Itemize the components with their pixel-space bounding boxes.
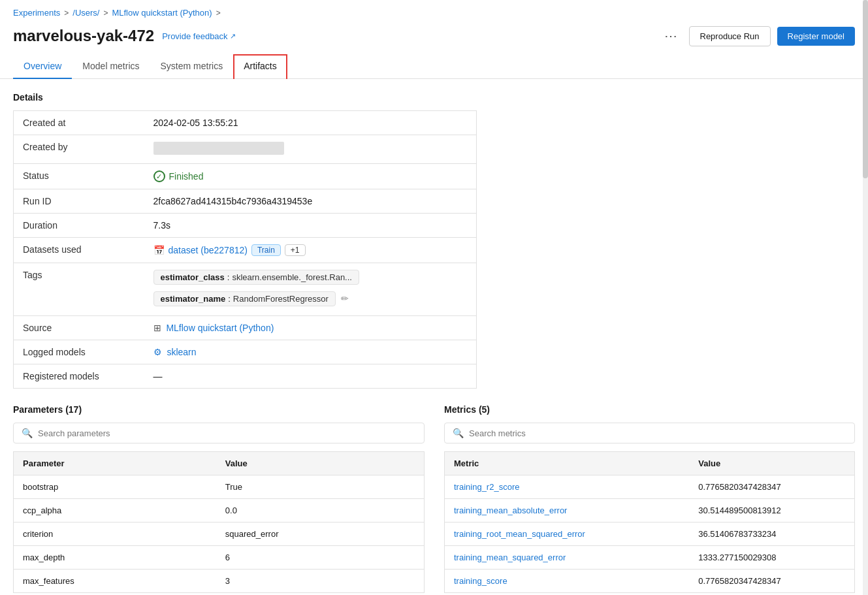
param-value: squared_error bbox=[216, 523, 425, 546]
metrics-search-input[interactable] bbox=[469, 428, 846, 438]
col-header-value: Value bbox=[689, 452, 854, 475]
logged-model-link[interactable]: sklearn bbox=[167, 347, 196, 357]
metric-value: 36.51406783733234 bbox=[689, 523, 854, 546]
parameters-search-box[interactable]: 🔍 bbox=[13, 423, 425, 443]
page-header: marvelous-yak-472 Provide feedback ↗ ⋯ R… bbox=[0, 23, 868, 54]
metrics-table-head: Metric Value bbox=[445, 452, 855, 475]
feedback-link[interactable]: Provide feedback ↗ bbox=[162, 31, 235, 41]
table-row: Status ✓ Finished bbox=[14, 164, 477, 189]
tag-item-2: estimator_name : RandomForestRegressor ✏ bbox=[153, 291, 468, 309]
tag-estimator-name: estimator_name : RandomForestRegressor bbox=[153, 291, 336, 306]
tag-item-1: estimator_class : sklearn.ensemble._fore… bbox=[153, 270, 468, 287]
row-value-status: ✓ Finished bbox=[144, 164, 477, 189]
tab-overview[interactable]: Overview bbox=[13, 54, 72, 79]
breadcrumb-mlflow[interactable]: MLflow quickstart (Python) bbox=[112, 8, 212, 18]
external-link-icon: ↗ bbox=[230, 32, 236, 40]
parameters-section: Parameters (17) 🔍 Parameter Value bootst… bbox=[13, 404, 425, 593]
row-label: Source bbox=[14, 316, 144, 340]
metrics-section: Metrics (5) 🔍 Metric Value training_r2_s… bbox=[444, 404, 855, 593]
row-value-registered-models: — bbox=[144, 364, 477, 389]
metric-name[interactable]: training_mean_squared_error bbox=[445, 546, 690, 570]
row-label: Created at bbox=[14, 111, 144, 135]
metrics-table: Metric Value training_r2_score0.77658203… bbox=[444, 451, 855, 593]
row-label: Created by bbox=[14, 135, 144, 164]
row-label: Run ID bbox=[14, 189, 144, 214]
param-value: True bbox=[216, 475, 425, 499]
row-label: Datasets used bbox=[14, 238, 144, 263]
title-area: marvelous-yak-472 Provide feedback ↗ bbox=[13, 27, 236, 45]
param-value: 6 bbox=[216, 546, 425, 570]
row-label: Duration bbox=[14, 214, 144, 238]
table-row: training_score0.7765820347428347 bbox=[445, 570, 855, 593]
row-label: Logged models bbox=[14, 340, 144, 364]
scrollbar-thumb[interactable] bbox=[863, 0, 868, 178]
table-row: Created at 2024-02-05 13:55:21 bbox=[14, 111, 477, 135]
table-row: max_features3 bbox=[14, 570, 425, 593]
plus-badge[interactable]: +1 bbox=[285, 244, 306, 256]
header-actions: ⋯ Reproduce Run Register model bbox=[659, 25, 856, 46]
train-badge: Train bbox=[251, 244, 281, 256]
col-header-parameter: Parameter bbox=[14, 452, 216, 475]
tag-val-1: sklearn.ensemble._forest.Ran... bbox=[232, 272, 352, 282]
metrics-search-icon: 🔍 bbox=[453, 428, 464, 438]
table-row: Metric Value bbox=[445, 452, 855, 475]
source-link[interactable]: MLflow quickstart (Python) bbox=[166, 323, 274, 333]
edit-tag-icon[interactable]: ✏ bbox=[341, 293, 349, 304]
bottom-section: Parameters (17) 🔍 Parameter Value bootst… bbox=[13, 404, 855, 593]
scrollbar[interactable] bbox=[863, 0, 868, 595]
dataset-link[interactable]: dataset (be227812) bbox=[169, 245, 248, 255]
tabs-nav: Overview Model metrics System metrics Ar… bbox=[0, 54, 868, 79]
row-label: Tags bbox=[14, 263, 144, 316]
parameters-table-body: bootstrapTrueccp_alpha0.0criterionsquare… bbox=[14, 475, 425, 593]
row-value-datasets: 📅 dataset (be227812) Train +1 bbox=[144, 238, 477, 263]
table-row: Tags estimator_class : sklearn.ensemble.… bbox=[14, 263, 477, 316]
metrics-search-box[interactable]: 🔍 bbox=[444, 423, 855, 443]
status-badge: ✓ Finished bbox=[153, 170, 468, 182]
row-value-tags: estimator_class : sklearn.ensemble._fore… bbox=[144, 263, 477, 316]
register-model-button[interactable]: Register model bbox=[777, 27, 855, 46]
metric-value: 30.514489500813912 bbox=[689, 499, 854, 523]
table-row: criterionsquared_error bbox=[14, 523, 425, 546]
table-row: Created by bbox=[14, 135, 477, 164]
metric-name[interactable]: training_mean_absolute_error bbox=[445, 499, 690, 523]
row-value-duration: 7.3s bbox=[144, 214, 477, 238]
more-options-icon[interactable]: ⋯ bbox=[659, 25, 683, 46]
breadcrumb-users[interactable]: /Users/ bbox=[72, 8, 99, 18]
table-row: training_r2_score0.7765820347428347 bbox=[445, 475, 855, 499]
row-value-created-at: 2024-02-05 13:55:21 bbox=[144, 111, 477, 135]
row-value-source: ⊞ MLflow quickstart (Python) bbox=[144, 316, 477, 340]
main-content: Details Created at 2024-02-05 13:55:21 C… bbox=[0, 79, 868, 595]
row-value-created-by bbox=[144, 135, 477, 164]
metric-name[interactable]: training_root_mean_squared_error bbox=[445, 523, 690, 546]
row-value-run-id: 2fca8627ad414315b4c7936a4319453e bbox=[144, 189, 477, 214]
param-value: 0.0 bbox=[216, 499, 425, 523]
breadcrumb-experiments[interactable]: Experiments bbox=[13, 8, 60, 18]
source-icon: ⊞ bbox=[153, 323, 161, 333]
details-section-title: Details bbox=[13, 92, 855, 103]
table-row: training_mean_absolute_error30.514489500… bbox=[445, 499, 855, 523]
tag-key-1: estimator_class bbox=[161, 272, 225, 282]
tag-val-2: RandomForestRegressor bbox=[233, 294, 329, 304]
breadcrumb-sep2: > bbox=[103, 8, 108, 18]
tab-system-metrics[interactable]: System metrics bbox=[150, 54, 234, 79]
metric-name[interactable]: training_score bbox=[445, 570, 690, 593]
metric-name[interactable]: training_r2_score bbox=[445, 475, 690, 499]
parameters-table: Parameter Value bootstrapTrueccp_alpha0.… bbox=[13, 451, 425, 593]
row-label: Registered models bbox=[14, 364, 144, 389]
col-header-value: Value bbox=[216, 452, 425, 475]
table-row: training_mean_squared_error1333.27715002… bbox=[445, 546, 855, 570]
table-row: max_depth6 bbox=[14, 546, 425, 570]
breadcrumb-sep3: > bbox=[216, 8, 221, 18]
tab-artifacts[interactable]: Artifacts bbox=[233, 54, 287, 79]
table-row: Run ID 2fca8627ad414315b4c7936a4319453e bbox=[14, 189, 477, 214]
reproduce-run-button[interactable]: Reproduce Run bbox=[689, 26, 771, 46]
table-row: Duration 7.3s bbox=[14, 214, 477, 238]
tab-model-metrics[interactable]: Model metrics bbox=[72, 54, 150, 79]
calendar-icon: 📅 bbox=[153, 245, 165, 255]
status-text: Finished bbox=[169, 171, 204, 182]
param-name: ccp_alpha bbox=[14, 499, 216, 523]
param-name: max_depth bbox=[14, 546, 216, 570]
parameters-search-input[interactable] bbox=[38, 428, 416, 438]
param-name: max_features bbox=[14, 570, 216, 593]
table-row: Datasets used 📅 dataset (be227812) Train… bbox=[14, 238, 477, 263]
